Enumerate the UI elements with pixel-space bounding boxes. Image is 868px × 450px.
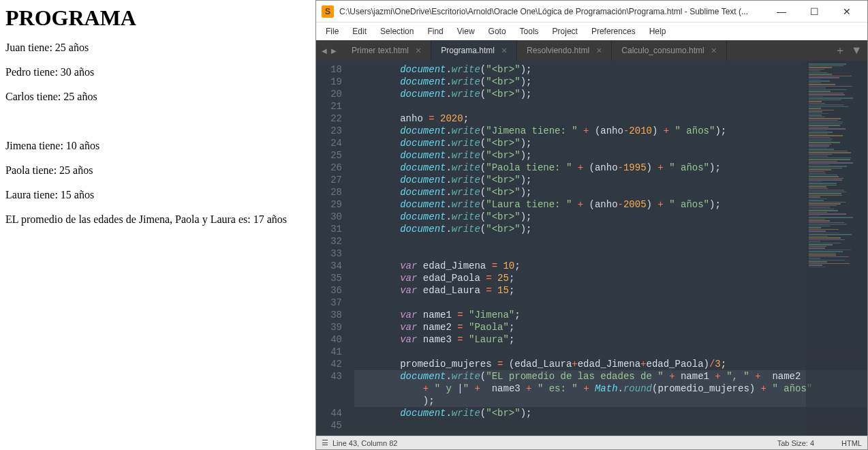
tab-close-icon[interactable]: × xyxy=(596,45,602,56)
code-area[interactable]: document.write("<br>"); document.write("… xyxy=(349,61,867,436)
tab-label: Primer text.html xyxy=(352,46,409,55)
line-number xyxy=(316,395,342,407)
code-line[interactable]: document.write("<br>"); xyxy=(354,186,867,198)
line-number: 18 xyxy=(316,63,342,76)
code-line[interactable]: document.write("<br>"); xyxy=(354,223,867,235)
browser-output-panel: PROGRAMA Juan tiene: 25 añosPedro tiene:… xyxy=(0,0,315,450)
code-line[interactable]: document.write("EL promedio de las edade… xyxy=(354,370,867,382)
code-line[interactable]: document.write("<br>"); xyxy=(354,407,867,419)
code-line[interactable]: promedio_mujeres = (edad_Laura+edad_Jime… xyxy=(354,358,867,370)
code-line[interactable]: document.write("Paola tiene: " + (anho-1… xyxy=(354,162,867,174)
menu-help[interactable]: Help xyxy=(644,24,672,39)
line-number: 36 xyxy=(316,284,342,297)
line-number: 34 xyxy=(316,260,342,272)
tab-close-icon[interactable]: × xyxy=(416,45,421,56)
code-line[interactable]: ); xyxy=(354,395,867,407)
page-title: PROGRAMA xyxy=(5,5,310,31)
cursor-location: Line 43, Column 82 xyxy=(332,439,397,447)
window-titlebar[interactable]: S C:\Users\jazmi\OneDrive\Escritorio\Arn… xyxy=(316,1,867,22)
line-number: 22 xyxy=(316,112,342,125)
line-number: 45 xyxy=(316,419,342,432)
app-icon: S xyxy=(322,5,334,18)
code-line[interactable]: var edad_Jimena = 10; xyxy=(354,260,867,272)
code-line[interactable] xyxy=(354,346,867,358)
new-tab-button[interactable]: ＋ xyxy=(835,44,846,58)
output-line: Laura tiene: 15 años xyxy=(5,189,310,201)
line-number: 35 xyxy=(316,272,342,284)
line-number: 19 xyxy=(316,76,342,88)
code-line[interactable] xyxy=(354,247,867,260)
tab-label: Resolviendo.html xyxy=(527,46,589,55)
maximize-button[interactable]: ☐ xyxy=(805,5,824,18)
line-number: 44 xyxy=(316,407,342,419)
line-number: 28 xyxy=(316,186,342,198)
line-number: 41 xyxy=(316,346,342,358)
menu-preferences[interactable]: Preferences xyxy=(586,24,641,39)
line-number: 23 xyxy=(316,125,342,137)
menu-find[interactable]: Find xyxy=(422,24,448,39)
line-number: 39 xyxy=(316,321,342,333)
tab-history-forward-icon[interactable]: ▶ xyxy=(330,47,338,55)
status-bar: ☰ Line 43, Column 82 Tab Size: 4 HTML xyxy=(316,436,867,449)
code-line[interactable]: anho = 2020; xyxy=(354,112,867,125)
tab-resolviendo-html[interactable]: Resolviendo.html× xyxy=(517,40,612,61)
window-controls: — ☐ ✕ xyxy=(772,5,862,18)
line-number-gutter: 1819202122232425262728293031323334353637… xyxy=(316,61,349,436)
code-line[interactable] xyxy=(354,297,867,309)
code-line[interactable] xyxy=(354,235,867,247)
code-line[interactable]: document.write("<br>"); xyxy=(354,88,867,100)
line-number: 42 xyxy=(316,358,342,370)
line-number xyxy=(316,382,342,395)
code-line[interactable]: document.write("Jimena tiene: " + (anho-… xyxy=(354,125,867,137)
line-number: 24 xyxy=(316,137,342,149)
line-number: 27 xyxy=(316,174,342,186)
line-number: 26 xyxy=(316,162,342,174)
line-number: 29 xyxy=(316,198,342,211)
tab-nav: ◀ ▶ xyxy=(316,40,342,61)
code-line[interactable]: document.write("<br>"); xyxy=(354,63,867,76)
code-line[interactable]: document.write("<br>"); xyxy=(354,211,867,223)
code-line[interactable]: document.write("<br>"); xyxy=(354,76,867,88)
tab-primer-text-html[interactable]: Primer text.html× xyxy=(342,40,431,61)
code-line[interactable]: + " y |" + name3 + " es: " + Math.round(… xyxy=(354,382,867,395)
tab-programa-html[interactable]: Programa.html× xyxy=(431,40,517,61)
code-line[interactable]: document.write("Laura tiene: " + (anho-2… xyxy=(354,198,867,211)
output-line: Carlos tiene: 25 años xyxy=(5,91,310,103)
menu-view[interactable]: View xyxy=(452,24,480,39)
menu-file[interactable]: File xyxy=(320,24,344,39)
tab-bar: ◀ ▶ Primer text.html×Programa.html×Resol… xyxy=(316,40,867,61)
sidebar-toggle-icon[interactable]: ☰ xyxy=(322,438,328,447)
output-line: Pedro tiene: 30 años xyxy=(5,66,310,78)
code-line[interactable]: var name2 = "Paola"; xyxy=(354,321,867,333)
line-number: 20 xyxy=(316,88,342,100)
minimize-button[interactable]: — xyxy=(772,5,791,18)
code-line[interactable]: document.write("<br>"); xyxy=(354,174,867,186)
sublime-text-window: S C:\Users\jazmi\OneDrive\Escritorio\Arn… xyxy=(315,0,868,450)
code-line[interactable]: var name1 = "Jimena"; xyxy=(354,309,867,321)
tab-close-icon[interactable]: × xyxy=(711,45,717,56)
minimap[interactable] xyxy=(806,61,867,436)
menu-goto[interactable]: Goto xyxy=(483,24,512,39)
code-line[interactable]: var edad_Laura = 15; xyxy=(354,284,867,297)
tab-size-indicator[interactable]: Tab Size: 4 xyxy=(777,439,814,447)
code-line[interactable]: document.write("<br>"); xyxy=(354,149,867,162)
tab-history-back-icon[interactable]: ◀ xyxy=(320,47,328,55)
code-line[interactable] xyxy=(354,419,867,432)
tab-label: Calculo_consumo.html xyxy=(621,46,704,55)
code-line[interactable]: var name3 = "Laura"; xyxy=(354,333,867,346)
tab-calculo_consumo-html[interactable]: Calculo_consumo.html× xyxy=(612,40,727,61)
code-line[interactable] xyxy=(354,100,867,112)
code-line[interactable]: document.write("<br>"); xyxy=(354,137,867,149)
close-button[interactable]: ✕ xyxy=(837,5,856,18)
menu-tools[interactable]: Tools xyxy=(514,24,544,39)
tab-close-icon[interactable]: × xyxy=(501,45,507,56)
output-line: Jimena tiene: 10 años xyxy=(5,140,310,152)
menu-project[interactable]: Project xyxy=(547,24,583,39)
tab-controls: ＋ ▼ xyxy=(829,40,867,61)
code-line[interactable]: var edad_Paola = 25; xyxy=(354,272,867,284)
menu-edit[interactable]: Edit xyxy=(347,24,372,39)
tab-menu-button[interactable]: ▼ xyxy=(851,44,862,57)
syntax-indicator[interactable]: HTML xyxy=(841,439,862,447)
editor-body[interactable]: 1819202122232425262728293031323334353637… xyxy=(316,61,867,436)
menu-selection[interactable]: Selection xyxy=(375,24,419,39)
